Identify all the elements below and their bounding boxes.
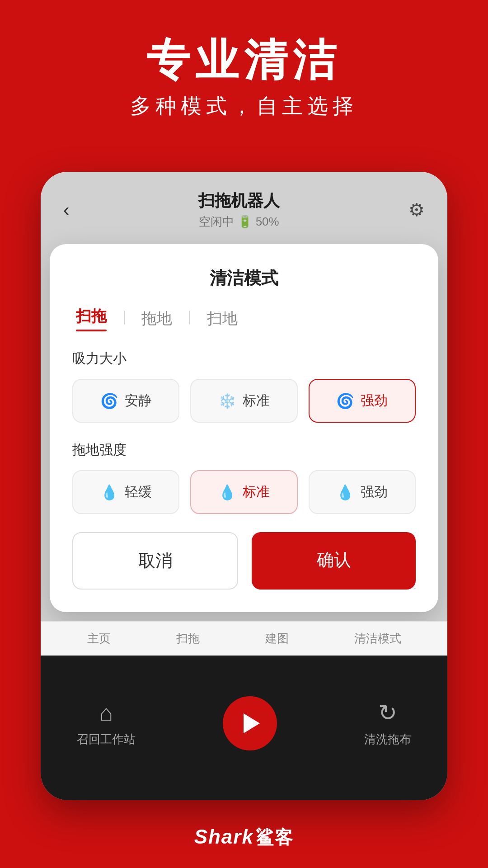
hero-title: 专业清洁 (0, 36, 488, 84)
tab-sweep-mop[interactable]: 扫拖 (176, 631, 200, 646)
water-icon-strong: 💧 (336, 484, 354, 501)
suction-label: 吸力大小 (72, 349, 416, 368)
mop-standard-label: 标准 (243, 483, 270, 501)
mode-tabs: 扫拖 ｜ 拖地 ｜ 扫地 (72, 306, 416, 331)
modal-card: 清洁模式 扫拖 ｜ 拖地 ｜ 扫地 吸力大小 🌀 安静 (50, 244, 438, 612)
home-icon: ⌂ (99, 700, 113, 726)
tab-map[interactable]: 建图 (265, 631, 289, 646)
suction-options: 🌀 安静 ❄️ 标准 🌀 强劲 (72, 379, 416, 423)
tab-clean-mode[interactable]: 清洁模式 (354, 631, 401, 646)
action-row: 取消 确认 (72, 532, 416, 590)
phone-bottom: ⌂ 召回工作站 ↻ 清洗拖布 (41, 656, 447, 800)
mode-tab-sweep[interactable]: 扫地 (203, 308, 241, 329)
suction-quiet[interactable]: 🌀 安静 (72, 379, 179, 423)
hero-section: 专业清洁 多种模式，自主选择 (0, 36, 488, 120)
suction-strong-label: 强劲 (361, 392, 388, 410)
hero-subtitle: 多种模式，自主选择 (0, 92, 488, 120)
suction-standard-label: 标准 (243, 392, 270, 410)
phone-frame: ‹ 扫拖机器人 空闲中 🔋 50% ⚙ 60m² 清扫面积 55min 清扫时间 (41, 172, 447, 800)
mode-tab-mop[interactable]: 拖地 (138, 308, 176, 329)
mop-strong-label: 强劲 (361, 483, 388, 501)
fan-icon-standard: ❄️ (218, 392, 236, 410)
mop-label: 拖地强度 (72, 441, 416, 459)
mode-separator-2: ｜ (183, 307, 196, 326)
play-button[interactable] (223, 696, 277, 750)
brand-name-en: Shark (194, 826, 254, 848)
mop-standard[interactable]: 💧 标准 (190, 470, 297, 514)
tab-home[interactable]: 主页 (87, 631, 111, 646)
nav-wash[interactable]: ↻ 清洗拖布 (364, 700, 411, 747)
water-icon-gentle: 💧 (100, 484, 118, 501)
bottom-tabs: 主页 扫拖 建图 清洁模式 (41, 621, 447, 656)
mop-strong[interactable]: 💧 强劲 (309, 470, 416, 514)
cancel-button[interactable]: 取消 (72, 532, 238, 590)
suction-quiet-label: 安静 (125, 392, 152, 410)
play-icon (244, 713, 260, 733)
nav-recall[interactable]: ⌂ 召回工作站 (77, 700, 136, 747)
confirm-button[interactable]: 确认 (252, 532, 416, 590)
mop-gentle[interactable]: 💧 轻缓 (72, 470, 179, 514)
wash-icon: ↻ (378, 700, 397, 726)
mode-tab-sweep-mop[interactable]: 扫拖 (72, 306, 110, 331)
water-icon-standard: 💧 (218, 484, 236, 501)
nav-wash-label: 清洗拖布 (364, 731, 411, 747)
mop-options: 💧 轻缓 💧 标准 💧 强劲 (72, 470, 416, 514)
mode-separator-1: ｜ (117, 307, 131, 326)
nav-recall-label: 召回工作站 (77, 731, 136, 747)
brand-name-cn: 鲨客 (256, 827, 294, 847)
fan-icon-strong: 🌀 (336, 392, 354, 410)
suction-strong[interactable]: 🌀 强劲 (309, 379, 416, 423)
fan-icon-quiet: 🌀 (100, 392, 118, 410)
mop-gentle-label: 轻缓 (125, 483, 152, 501)
modal-title: 清洁模式 (72, 267, 416, 290)
suction-standard[interactable]: ❄️ 标准 (190, 379, 297, 423)
brand-footer: Shark 鲨客 (0, 825, 488, 850)
